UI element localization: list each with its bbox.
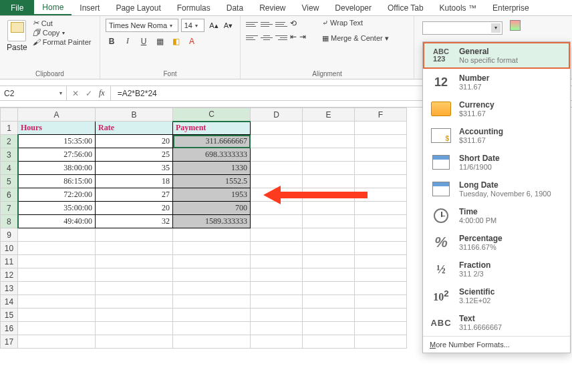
- row-header-1[interactable]: 1: [1, 122, 18, 135]
- number-format-accounting[interactable]: Accounting$311.67: [423, 122, 570, 149]
- more-number-formats[interactable]: More Number Formats...: [423, 336, 570, 353]
- cell-F11[interactable]: [355, 255, 407, 268]
- cell-C8[interactable]: 1589.333333: [173, 215, 251, 228]
- number-format-fraction[interactable]: ½Fraction311 2/3: [423, 256, 570, 282]
- cell-B10[interactable]: [96, 242, 173, 255]
- row-header-5[interactable]: 5: [1, 175, 18, 188]
- cell-D4[interactable]: [251, 162, 303, 175]
- cell-E17[interactable]: [303, 335, 355, 349]
- cell-A7[interactable]: 35:00:00: [18, 202, 96, 215]
- font-size-combo[interactable]: 14▾: [181, 19, 205, 32]
- column-header-E[interactable]: E: [303, 108, 355, 122]
- wrap-text-button[interactable]: ⤶ Wrap Text: [322, 19, 389, 27]
- row-header-11[interactable]: 11: [1, 255, 18, 268]
- cell-D11[interactable]: [251, 255, 303, 268]
- cell-D17[interactable]: [251, 335, 303, 349]
- cell-F8[interactable]: [355, 215, 407, 228]
- column-header-F[interactable]: F: [355, 108, 407, 122]
- tab-formulas[interactable]: Formulas: [169, 0, 219, 15]
- column-header-B[interactable]: B: [96, 108, 173, 122]
- cell-A6[interactable]: 72:20:00: [18, 188, 96, 202]
- row-header-16[interactable]: 16: [1, 322, 18, 335]
- cell-D9[interactable]: [251, 228, 303, 242]
- tab-view[interactable]: View: [294, 0, 327, 15]
- number-format-currency[interactable]: Currency$311.67: [423, 95, 570, 122]
- bold-button[interactable]: B: [106, 37, 118, 46]
- cell-E11[interactable]: [303, 255, 355, 268]
- row-header-7[interactable]: 7: [1, 202, 18, 215]
- border-button[interactable]: ▦: [154, 37, 166, 46]
- cell-C4[interactable]: 1330: [173, 162, 251, 175]
- cell-B4[interactable]: 35: [96, 162, 173, 175]
- cell-F2[interactable]: [355, 135, 407, 148]
- align-top-button[interactable]: [246, 19, 258, 29]
- cell-D16[interactable]: [251, 322, 303, 335]
- cell-C10[interactable]: [173, 242, 251, 255]
- number-format-percentage[interactable]: %Percentage31166.67%: [423, 229, 570, 256]
- cell-E9[interactable]: [303, 228, 355, 242]
- cell-B14[interactable]: [96, 295, 173, 309]
- row-header-2[interactable]: 2: [1, 135, 18, 148]
- cell-D5[interactable]: [251, 175, 303, 188]
- tab-kutools-[interactable]: Kutools ™: [432, 0, 484, 15]
- name-box[interactable]: C2▾: [0, 86, 67, 100]
- cell-C7[interactable]: 700: [173, 202, 251, 215]
- align-bottom-button[interactable]: [275, 19, 287, 29]
- tab-developer[interactable]: Developer: [327, 0, 380, 15]
- cell-C1[interactable]: Payment: [173, 122, 251, 135]
- cell-E2[interactable]: [303, 135, 355, 148]
- paste-button[interactable]: Paste: [5, 19, 29, 53]
- cell-F6[interactable]: [355, 188, 407, 202]
- tab-page-layout[interactable]: Page Layout: [108, 0, 168, 15]
- cell-C9[interactable]: [173, 228, 251, 242]
- cell-D6[interactable]: [251, 188, 303, 202]
- conditional-formatting-icon[interactable]: [510, 20, 521, 31]
- cell-F7[interactable]: [355, 202, 407, 215]
- cell-C15[interactable]: [173, 309, 251, 322]
- cell-D15[interactable]: [251, 309, 303, 322]
- row-header-9[interactable]: 9: [1, 228, 18, 242]
- cell-F14[interactable]: [355, 295, 407, 309]
- number-format-shortdate[interactable]: Short Date11/6/1900: [423, 149, 570, 176]
- merge-center-button[interactable]: ▦ Merge & Center ▾: [322, 34, 389, 43]
- cell-B5[interactable]: 18: [96, 175, 173, 188]
- cell-D14[interactable]: [251, 295, 303, 309]
- cell-C16[interactable]: [173, 322, 251, 335]
- cell-F1[interactable]: [355, 122, 407, 135]
- cell-E16[interactable]: [303, 322, 355, 335]
- number-format-number[interactable]: 12Number311.67: [423, 69, 570, 95]
- tab-home[interactable]: Home: [34, 0, 72, 15]
- align-center-button[interactable]: [261, 32, 273, 43]
- font-name-combo[interactable]: Times New Roma▾: [106, 19, 178, 32]
- cell-D1[interactable]: [251, 122, 303, 135]
- cell-C6[interactable]: 1953: [173, 188, 251, 202]
- cell-A8[interactable]: 49:40:00: [18, 215, 96, 228]
- cell-A5[interactable]: 86:15:00: [18, 175, 96, 188]
- cell-B1[interactable]: Rate: [96, 122, 173, 135]
- column-header-D[interactable]: D: [251, 108, 303, 122]
- align-right-button[interactable]: [275, 32, 287, 43]
- cell-F17[interactable]: [355, 335, 407, 349]
- cell-B2[interactable]: 20: [96, 135, 173, 148]
- row-header-10[interactable]: 10: [1, 242, 18, 255]
- cell-A11[interactable]: [18, 255, 96, 268]
- cut-button[interactable]: Cut: [33, 19, 92, 27]
- cell-B6[interactable]: 27: [96, 188, 173, 202]
- cell-A2[interactable]: 15:35:00: [18, 135, 96, 148]
- orientation-button[interactable]: ⟲: [290, 19, 297, 29]
- fill-color-button[interactable]: ◧: [170, 37, 182, 46]
- cell-D3[interactable]: [251, 148, 303, 162]
- cell-E6[interactable]: [303, 188, 355, 202]
- cell-A13[interactable]: [18, 282, 96, 295]
- row-header-13[interactable]: 13: [1, 282, 18, 295]
- cell-D13[interactable]: [251, 282, 303, 295]
- cell-E8[interactable]: [303, 215, 355, 228]
- cell-A10[interactable]: [18, 242, 96, 255]
- row-header-3[interactable]: 3: [1, 148, 18, 162]
- tab-file[interactable]: File: [0, 0, 34, 15]
- cell-E5[interactable]: [303, 175, 355, 188]
- cell-B3[interactable]: 25: [96, 148, 173, 162]
- underline-button[interactable]: U: [138, 37, 150, 46]
- cell-E13[interactable]: [303, 282, 355, 295]
- cell-C14[interactable]: [173, 295, 251, 309]
